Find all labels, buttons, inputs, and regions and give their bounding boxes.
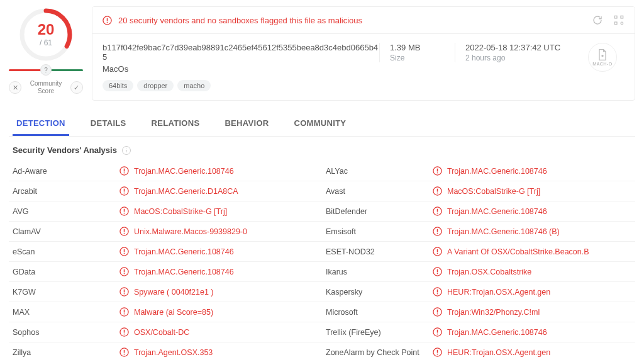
tab-detection[interactable]: DETECTION [13, 112, 69, 136]
svg-rect-42 [124, 273, 125, 274]
vendor-cell: KasperskyHEUR:Trojan.OSX.Agent.gen [322, 282, 635, 302]
vendor-name: AVG [13, 207, 119, 216]
vendor-name: Microsoft [326, 308, 433, 317]
svg-rect-27 [437, 213, 438, 214]
alert-icon [433, 307, 442, 317]
vendor-detection: Malware (ai Score=85) [119, 307, 213, 317]
svg-rect-11 [124, 169, 125, 172]
alert-icon [433, 186, 442, 196]
vendor-cell: Ad-AwareTrojan.MAC.Generic.108746 [9, 161, 322, 181]
svg-rect-14 [437, 169, 438, 172]
tab-relations[interactable]: RELATIONS [148, 112, 204, 136]
svg-rect-26 [437, 209, 438, 212]
tag[interactable]: dropper [137, 80, 174, 91]
table-row: ArcabitTrojan.MAC.Generic.D1A8CAAvastMac… [9, 181, 635, 201]
svg-rect-3 [107, 18, 108, 21]
alert-icon [119, 166, 129, 176]
refresh-icon [592, 14, 603, 26]
vendor-name: MAX [13, 308, 119, 317]
help-icon[interactable]: ? [40, 64, 52, 76]
alert-icon [103, 16, 112, 25]
vendor-detection: Unix.Malware.Macos-9939829-0 [119, 227, 247, 236]
vendor-detection: Trojan.MAC.Generic.108746 [119, 267, 234, 276]
svg-rect-45 [437, 273, 438, 274]
vendor-name: ESET-NOD32 [326, 247, 433, 256]
score-ring: 20 / 61 [18, 6, 74, 63]
vendor-cell: EmsisoftTrojan.MAC.Generic.108746 (B) [322, 222, 635, 241]
vendor-cell: K7GWSpyware ( 0040f21e1 ) [9, 282, 322, 302]
vendor-name: GData [13, 268, 119, 276]
table-row: SophosOSX/Cobalt-DCTrellix (FireEye)Troj… [9, 322, 635, 342]
svg-rect-17 [124, 189, 125, 192]
vendor-name: Avast [326, 187, 433, 196]
table-row: MAXMalware (ai Score=85)MicrosoftTrojan:… [9, 302, 635, 322]
vendor-name: ALYac [326, 167, 433, 176]
svg-rect-38 [437, 249, 438, 252]
alert-icon [433, 267, 442, 276]
vendor-name: Kaspersky [326, 288, 433, 297]
svg-rect-5 [614, 16, 617, 18]
svg-point-8 [621, 22, 623, 25]
vendor-cell: ALYacTrojan.MAC.Generic.108746 [322, 161, 635, 181]
vendor-name: ClamAV [13, 227, 119, 236]
vendor-name: ZoneAlarm by Check Point [326, 348, 433, 357]
svg-rect-41 [124, 269, 125, 273]
svg-rect-24 [124, 213, 125, 214]
similar-icon [613, 14, 625, 26]
alert-icon [119, 227, 129, 236]
reanalyze-button[interactable] [592, 14, 603, 26]
file-size-label: Size [390, 54, 455, 62]
svg-rect-36 [124, 253, 125, 254]
alert-icon [119, 247, 129, 256]
vote-down-button[interactable]: ✕ [9, 81, 21, 94]
svg-rect-21 [437, 193, 438, 194]
svg-rect-29 [124, 229, 125, 232]
file-hash[interactable]: b117f042fe9bac7c7d39eab98891c2465ef45612… [103, 43, 379, 62]
vendor-detection: Trojan.MAC.Generic.108746 [119, 247, 234, 256]
svg-rect-57 [437, 314, 438, 315]
table-row: ClamAVUnix.Malware.Macos-9939829-0Emsiso… [9, 222, 635, 242]
vendor-cell: AVGMacOS:CobalStrike-G [Trj] [9, 201, 322, 221]
vendor-cell: SophosOSX/Cobalt-DC [9, 322, 322, 342]
svg-point-9 [601, 55, 603, 57]
vendor-cell: BitDefenderTrojan.MAC.Generic.108746 [322, 201, 635, 221]
svg-rect-48 [124, 293, 125, 295]
tag[interactable]: macho [177, 80, 211, 91]
vendor-detection: Trojan.MAC.Generic.108746 (B) [433, 227, 560, 236]
vendor-cell: MAXMalware (ai Score=85) [9, 302, 322, 322]
vote-up-button[interactable]: ✓ [70, 81, 83, 94]
vendor-detection: Trojan.MAC.Generic.D1A8CA [119, 186, 238, 196]
analysis-date: 2022-05-18 12:37:42 UTC [465, 43, 580, 52]
community-score-label: Community Score [30, 80, 62, 95]
vendor-detection: HEUR:Trojan.OSX.Agent.gen [433, 348, 550, 357]
info-icon[interactable]: i [122, 146, 131, 155]
vendor-detection: Trojan.MAC.Generic.108746 [433, 166, 547, 176]
score-flagged: 20 [38, 22, 55, 37]
tabs-row: DETECTIONDETAILSRELATIONSBEHAVIORCOMMUNI… [9, 112, 635, 137]
tab-details[interactable]: DETAILS [87, 112, 130, 136]
flag-summary-text: 20 security vendors and no sandboxes fla… [118, 16, 362, 25]
alert-icon [119, 267, 129, 276]
alert-icon [119, 307, 129, 317]
vendor-cell: ZoneAlarm by Check PointHEUR:Trojan.OSX.… [322, 342, 635, 362]
vendor-name: Trellix (FireEye) [326, 328, 433, 337]
vendor-cell: AvastMacOS:CobalStrike-G [Trj] [322, 181, 635, 201]
table-row: Ad-AwareTrojan.MAC.Generic.108746ALYacTr… [9, 161, 635, 181]
alert-icon [119, 287, 129, 297]
svg-rect-12 [124, 173, 125, 174]
svg-rect-20 [437, 189, 438, 192]
vendor-detection: Trojan.MAC.Generic.108746 [119, 166, 234, 176]
tab-behavior[interactable]: BEHAVIOR [221, 112, 272, 136]
file-icon [596, 48, 609, 61]
similar-search-button[interactable] [613, 14, 625, 26]
tag[interactable]: 64bits [103, 80, 133, 91]
svg-rect-23 [124, 209, 125, 212]
alert-icon [433, 227, 442, 236]
vendor-cell: eScanTrojan.MAC.Generic.108746 [9, 242, 322, 261]
svg-rect-6 [621, 16, 623, 18]
svg-rect-51 [437, 293, 438, 295]
table-row: eScanTrojan.MAC.Generic.108746ESET-NOD32… [9, 242, 635, 262]
tab-community[interactable]: COMMUNITY [290, 112, 350, 136]
vendor-detection: Trojan.MAC.Generic.108746 [433, 206, 547, 216]
vendor-cell: ArcabitTrojan.MAC.Generic.D1A8CA [9, 181, 322, 201]
